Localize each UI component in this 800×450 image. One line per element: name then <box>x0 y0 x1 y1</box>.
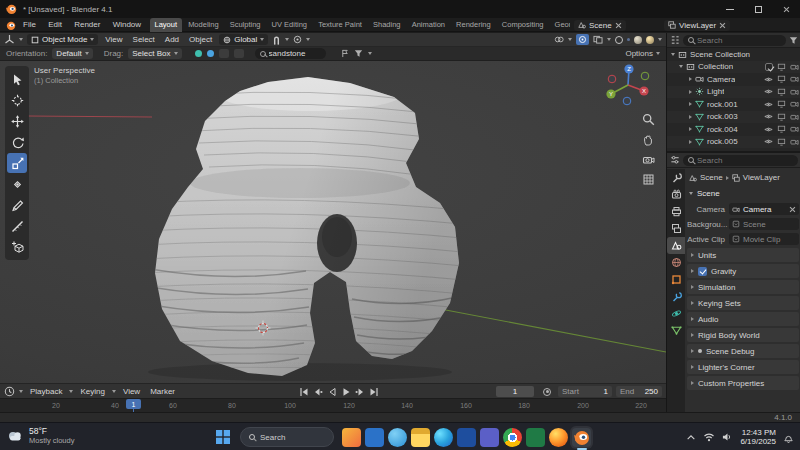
disable-viewport-icon[interactable] <box>777 138 786 146</box>
hide-viewport-eye-icon[interactable] <box>764 76 773 83</box>
panel-rigid-body-world[interactable]: Rigid Body World <box>687 328 799 342</box>
tab-modifiers[interactable] <box>667 288 685 305</box>
workspace-tab-texture-paint[interactable]: Texture Paint <box>314 18 367 32</box>
camera-field[interactable]: Camera <box>729 203 799 215</box>
current-frame-field[interactable]: 1 <box>496 386 534 397</box>
tab-object[interactable] <box>667 271 685 288</box>
tab-render[interactable] <box>667 186 685 203</box>
outliner-row-rock-005[interactable]: rock.005 <box>667 136 800 149</box>
workspace-tab-shading[interactable]: Shading <box>369 18 406 32</box>
gizmo-toggle-icon[interactable] <box>554 35 564 44</box>
tab-world[interactable] <box>667 254 685 271</box>
outliner-filter-icon[interactable] <box>789 36 798 45</box>
shading-material-icon[interactable] <box>634 36 642 44</box>
timeline-ruler[interactable]: 20 40 60 80 100 120 140 160 180 200 220 … <box>0 398 666 412</box>
expand-icon[interactable] <box>679 65 683 68</box>
taskbar-app-chrome[interactable] <box>503 428 522 447</box>
play-button[interactable] <box>340 387 351 397</box>
taskbar-app-word[interactable] <box>457 428 476 447</box>
workspace-tab-animation[interactable]: Animation <box>407 18 449 32</box>
menu-window[interactable]: Window <box>108 18 146 32</box>
viewport-canvas[interactable]: Z X Y <box>0 61 666 383</box>
close-button[interactable] <box>772 0 800 18</box>
select-box-tool[interactable] <box>7 69 27 89</box>
disable-render-icon[interactable] <box>790 75 799 83</box>
search-input[interactable] <box>269 49 321 58</box>
timeline-menu-playback[interactable]: Playback <box>27 387 65 396</box>
expand-icon[interactable] <box>671 53 675 56</box>
timeline-menu-keying[interactable]: Keying <box>77 387 107 396</box>
menu-view[interactable]: View <box>102 35 125 44</box>
timeline-editor-caret-icon[interactable] <box>19 390 23 393</box>
scene-unlink-icon[interactable] <box>615 22 622 29</box>
taskbar-clock[interactable]: 12:43 PM 6/19/2025 <box>740 428 776 447</box>
jump-to-start-button[interactable] <box>298 387 309 397</box>
clear-camera-icon[interactable] <box>789 206 796 213</box>
taskbar-app-edge[interactable] <box>434 428 453 447</box>
outliner-row-light[interactable]: Light <box>667 86 800 99</box>
outliner-row-camera[interactable]: Camera <box>667 73 800 86</box>
hide-viewport-eye-icon[interactable] <box>764 126 773 133</box>
filter-funnel-icon[interactable] <box>354 49 363 58</box>
camera-view-button[interactable] <box>640 151 656 167</box>
disable-viewport-icon[interactable] <box>777 125 786 133</box>
scale-tool-active[interactable] <box>7 153 27 173</box>
menu-select[interactable]: Select <box>130 35 158 44</box>
scene-panel-header[interactable]: Scene <box>685 186 800 201</box>
timeline-editor-icon[interactable] <box>4 386 15 397</box>
timeline-menu-marker[interactable]: Marker <box>147 387 178 396</box>
active-clip-field[interactable]: Movie Clip <box>729 233 799 245</box>
menu-add[interactable]: Add <box>162 35 182 44</box>
outliner-editor-icon[interactable] <box>670 35 680 45</box>
workspace-tab-modeling[interactable]: Modeling <box>184 18 223 32</box>
taskbar-app-excel[interactable] <box>526 428 545 447</box>
gizmo-caret-icon[interactable] <box>568 38 572 41</box>
workspace-tab-layout[interactable]: Layout <box>150 18 182 32</box>
panel-scene-debug[interactable]: Scene Debug <box>687 344 799 358</box>
panel-units[interactable]: Units <box>687 248 799 262</box>
gravity-checkbox[interactable] <box>698 267 707 276</box>
tool-option-icon-1[interactable] <box>219 49 229 58</box>
notifications-bell-icon[interactable] <box>783 432 794 443</box>
expand-icon[interactable] <box>689 102 692 106</box>
taskbar-app-blender[interactable] <box>572 428 591 447</box>
panel-lighters-corner[interactable]: Lighter's Corner <box>687 360 799 374</box>
tab-view-layer[interactable] <box>667 220 685 237</box>
gizmo-neg-z-ball[interactable] <box>623 97 631 105</box>
playhead[interactable]: 1 <box>126 399 141 409</box>
expand-icon[interactable] <box>689 127 692 131</box>
expand-icon[interactable] <box>689 140 692 144</box>
overlays-toggle-active[interactable] <box>576 34 589 45</box>
editor-type-icon[interactable] <box>4 34 15 45</box>
frame-end-field[interactable]: End 250 <box>616 386 662 397</box>
background-scene-field[interactable]: Scene <box>729 218 799 230</box>
xray-toggle-icon[interactable] <box>593 35 603 44</box>
prev-keyframe-button[interactable] <box>312 387 323 397</box>
blender-app-menu-icon[interactable] <box>5 20 16 31</box>
falloff-smooth-icon[interactable] <box>195 50 202 57</box>
mode-dropdown[interactable]: Object Mode <box>27 34 98 45</box>
disable-viewport-icon[interactable] <box>777 88 786 96</box>
maximize-button[interactable] <box>744 0 772 18</box>
minimize-button[interactable] <box>716 0 744 18</box>
transform-orientation-dropdown[interactable]: Global <box>219 34 268 45</box>
orientation-value-dropdown[interactable]: Default <box>52 48 92 59</box>
flag-icon[interactable] <box>341 49 349 58</box>
properties-search-box[interactable] <box>683 155 798 166</box>
menu-file[interactable]: File <box>18 18 41 32</box>
workspace-tab-rendering[interactable]: Rendering <box>452 18 496 32</box>
auto-keying-icon[interactable] <box>543 388 551 396</box>
menu-object[interactable]: Object <box>186 35 215 44</box>
viewlayer-unlink-icon[interactable] <box>719 22 726 29</box>
panel-audio[interactable]: Audio <box>687 312 799 326</box>
workspace-tab-uv-editing[interactable]: UV Editing <box>267 18 311 32</box>
breadcrumb-viewlayer[interactable]: ViewLayer <box>743 173 780 182</box>
workspace-tab-compositing[interactable]: Compositing <box>497 18 548 32</box>
taskbar-app-store[interactable] <box>388 428 407 447</box>
outliner-row-rock-001[interactable]: rock.001 <box>667 98 800 111</box>
disable-render-icon[interactable] <box>790 125 799 133</box>
taskbar-search-box[interactable]: Search <box>240 427 334 447</box>
move-tool[interactable] <box>7 111 27 131</box>
hidden-icons-chevron[interactable] <box>686 433 696 442</box>
tab-tool[interactable] <box>667 169 685 186</box>
